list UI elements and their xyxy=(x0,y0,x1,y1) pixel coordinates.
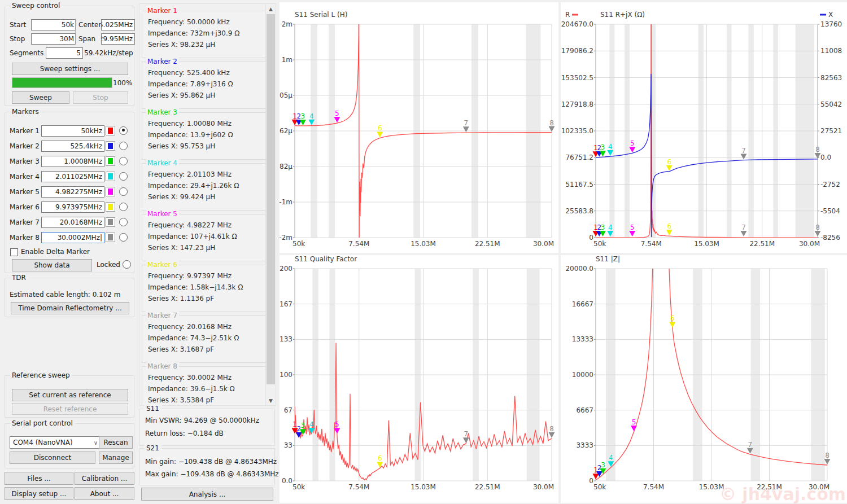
svg-text:6667: 6667 xyxy=(576,406,593,414)
chart-serial-l[interactable]: 2m1m605μ62μ-482μ-1m-2m50k7.54M15.03M22.5… xyxy=(280,2,558,253)
enable-delta-marker-checkbox[interactable] xyxy=(10,248,18,256)
marker-8-frequency: Frequency: 30.0002 MHz xyxy=(148,374,232,382)
marker-5-freq-field[interactable]: 4.982275MHz xyxy=(41,186,104,198)
marker-2-info-title: Marker 2 xyxy=(146,58,179,65)
svg-text:10000: 10000 xyxy=(572,371,593,379)
rescan-button[interactable]: Rescan xyxy=(99,436,133,449)
center-field[interactable]: 15.025MHz xyxy=(101,19,135,30)
marker-7-frequency: Frequency: 20.0168 MHz xyxy=(148,323,232,331)
calibration-button[interactable]: Calibration ... xyxy=(75,472,134,485)
span-field[interactable]: 29.95MHz xyxy=(101,33,135,45)
sweep-control-title: Sweep control xyxy=(10,2,62,10)
analysis-button[interactable]: Analysis ... xyxy=(141,488,273,501)
marker-8-radio[interactable] xyxy=(119,233,128,242)
marker-6-freq-field[interactable]: 9.973975MHz xyxy=(41,201,104,213)
svg-text:5: 5 xyxy=(630,223,635,231)
marker-8-impedance: Impedance: 39.6−j1.5k Ω xyxy=(148,385,235,393)
svg-text:0.0: 0.0 xyxy=(282,477,292,485)
stop-button[interactable]: Stop xyxy=(73,91,128,104)
marker-2-frequency: Frequency: 525.400 kHz xyxy=(148,69,230,77)
marker-8-freq-field[interactable]: 30.0002MHz| xyxy=(41,232,104,243)
marker-3-info-title: Marker 3 xyxy=(146,108,179,116)
locked-radio[interactable] xyxy=(123,260,131,269)
reset-reference-button[interactable]: Reset reference xyxy=(12,403,128,415)
svg-text:8: 8 xyxy=(825,452,829,459)
set-reference-button[interactable]: Set current as reference xyxy=(12,389,128,401)
svg-text:S11 R+jX (Ω): S11 R+jX (Ω) xyxy=(600,11,645,19)
marker-info-panel: Marker 1 Frequency: 50.0000 kHz Impedanc… xyxy=(139,3,276,406)
tdr-button[interactable]: Time Domain Reflectometry ... xyxy=(11,302,129,314)
marker-3-series-x: Series X: 95.753 μH xyxy=(148,142,215,150)
marker-2-color-swatch[interactable] xyxy=(106,141,115,151)
svg-text:3: 3 xyxy=(301,422,305,430)
scroll-up-icon[interactable]: ▲ xyxy=(266,4,276,14)
marker-7-color-swatch[interactable] xyxy=(106,217,115,227)
svg-text:7.54M: 7.54M xyxy=(348,483,369,491)
svg-text:30.0M: 30.0M xyxy=(799,240,820,248)
svg-text:4: 4 xyxy=(608,143,613,151)
sweep-button[interactable]: Sweep xyxy=(12,91,69,104)
svg-text:15.03M: 15.03M xyxy=(411,240,436,248)
svg-text:7: 7 xyxy=(748,441,753,449)
marker-4-radio[interactable] xyxy=(119,172,128,181)
sweep-progress-fill xyxy=(12,78,112,87)
stop-field[interactable]: 30M xyxy=(31,33,76,45)
svg-text:76751.2: 76751.2 xyxy=(565,154,593,161)
marker-4-series-x: Series X: 99.424 μH xyxy=(148,193,215,201)
about-button[interactable]: About ... xyxy=(75,487,134,500)
marker-5-radio[interactable] xyxy=(119,187,128,196)
show-data-button[interactable]: Show data xyxy=(12,259,92,271)
marker-7-info: Marker 7 Frequency: 20.0168 MHz Impedanc… xyxy=(142,315,275,363)
chart-r-plus-jx[interactable]: 204670.0179086.2153502.5127918.8102335.0… xyxy=(561,2,847,253)
sweep-divider xyxy=(75,19,76,45)
marker-1-freq-field[interactable]: 50kHz xyxy=(41,125,104,137)
marker-2-label: Marker 2 xyxy=(10,142,40,150)
marker-info-scrollbar[interactable]: ▲ ▼ xyxy=(265,4,276,405)
marker-4-freq-field[interactable]: 2.011025MHz xyxy=(41,171,104,182)
scrollbar-thumb[interactable] xyxy=(267,14,275,384)
enable-delta-marker-label: Enable Delta Marker xyxy=(21,248,90,256)
svg-text:16667: 16667 xyxy=(572,300,593,308)
svg-text:27521: 27521 xyxy=(820,127,842,135)
marker-1-color-swatch[interactable] xyxy=(106,126,115,135)
svg-text:8: 8 xyxy=(815,146,820,154)
marker-6-impedance: Impedance: 1.58k−j14.3k Ω xyxy=(148,283,243,291)
marker-8-series-x: Series X: 3.5384 pF xyxy=(148,396,214,404)
marker-4-color-swatch[interactable] xyxy=(106,172,115,181)
display-setup-button[interactable]: Display setup ... xyxy=(5,487,73,500)
max-gain-label: Max gain: −109.438 dB @ 4.86343MHz xyxy=(145,470,279,478)
marker-7-freq-field[interactable]: 20.0168MHz xyxy=(41,217,104,228)
com-port-select[interactable]: COM4 (NanoVNA) ∨ xyxy=(10,436,101,449)
marker-2-radio[interactable] xyxy=(119,142,128,150)
chevron-down-icon: ∨ xyxy=(94,440,98,446)
disconnect-button[interactable]: Disconnect xyxy=(10,452,95,464)
svg-text:200: 200 xyxy=(280,265,292,273)
start-field[interactable]: 50k xyxy=(31,19,76,30)
marker-5-info-title: Marker 5 xyxy=(146,210,179,218)
marker-2-freq-field[interactable]: 525.4kHz xyxy=(41,141,104,152)
sweep-settings-button[interactable]: Sweep settings ... xyxy=(12,63,128,75)
return-loss-label: Return loss: −0.184 dB xyxy=(145,430,224,437)
manage-button[interactable]: Manage xyxy=(99,452,133,464)
segments-field[interactable]: 5 xyxy=(46,47,83,59)
marker-3-color-swatch[interactable] xyxy=(106,156,115,166)
marker-3-radio[interactable] xyxy=(119,157,128,165)
chart-z-magnitude[interactable]: © jh4vaj.com 20000.016667133331000066673… xyxy=(561,255,847,503)
files-button[interactable]: Files ... xyxy=(5,472,73,485)
marker-6-radio[interactable] xyxy=(119,203,128,211)
marker-8-color-swatch[interactable] xyxy=(106,233,115,242)
marker-1-radio[interactable] xyxy=(119,126,128,135)
marker-6-color-swatch[interactable] xyxy=(106,202,115,212)
marker-5-color-swatch[interactable] xyxy=(106,187,115,196)
markers-title: Markers xyxy=(10,108,41,116)
svg-text:13760: 13760 xyxy=(820,20,842,28)
marker-3-freq-field[interactable]: 1.0008MHz xyxy=(41,156,104,167)
svg-text:30.0M: 30.0M xyxy=(533,240,554,248)
marker-3-impedance: Impedance: 13.9+j602 Ω xyxy=(148,131,233,139)
marker-7-radio[interactable] xyxy=(119,218,128,226)
marker-8-info: Marker 8 Frequency: 30.0002 MHz Impedanc… xyxy=(142,366,275,406)
chart-quality-factor[interactable]: 20016713310067330.050k7.54M15.03M22.51M3… xyxy=(280,255,558,503)
scroll-down-icon[interactable]: ▼ xyxy=(266,396,276,405)
svg-text:30.0M: 30.0M xyxy=(809,483,829,491)
svg-text:8: 8 xyxy=(815,223,820,231)
